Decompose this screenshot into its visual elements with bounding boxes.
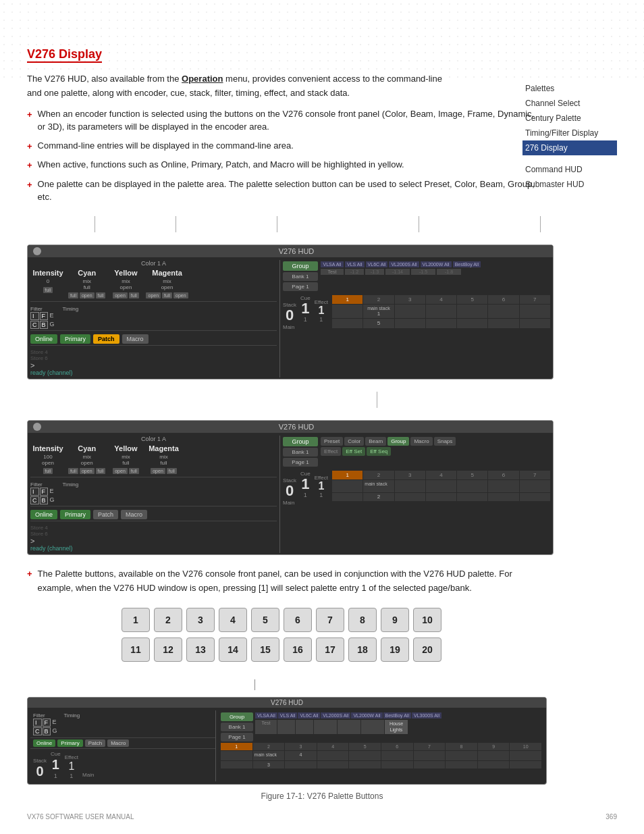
- mode-patch[interactable]: Patch: [93, 334, 119, 344]
- hud-screenshot-3: V276 HUD Filter I F E C B G: [27, 697, 547, 785]
- palette-btn-16[interactable]: 16: [284, 637, 312, 662]
- hud3-body: Filter I F E C B G Timing: [28, 708, 546, 784]
- palette-cell-1[interactable]: 1: [332, 295, 363, 304]
- palette-btn-18[interactable]: 18: [348, 637, 377, 662]
- hud2-filter-timing: Filter I F E C B G Timing: [30, 480, 277, 506]
- palette-btn-17[interactable]: 17: [316, 637, 344, 662]
- main-stack-cell-2: main stack: [363, 480, 394, 492]
- palette-btn-13[interactable]: 13: [186, 637, 215, 662]
- palette-btn-5[interactable]: 5: [251, 608, 279, 632]
- operation-word: Operation: [182, 74, 223, 84]
- bullet-plus-1: +: [27, 108, 32, 122]
- tab-group[interactable]: Group: [387, 437, 409, 446]
- palette-btn-15[interactable]: 15: [251, 637, 279, 662]
- bullet-item-3: + When active, functions such as Online,…: [27, 158, 540, 172]
- tab-snaps[interactable]: Snaps: [434, 437, 456, 446]
- cue-col-3: Cue 1 1: [51, 751, 61, 779]
- footer-right: 369: [606, 813, 617, 820]
- encoder-intensity: Intensity 0 full: [30, 269, 65, 298]
- hud2-color-label: Color 1 A: [30, 436, 277, 442]
- hud1-right-panel: Group Bank 1 Page 1 VLSA All VLS All VL6…: [283, 260, 550, 377]
- annotation-line-5: [540, 216, 541, 232]
- group-button[interactable]: Group: [283, 261, 318, 271]
- bank-btn-3[interactable]: Bank 1: [221, 723, 253, 731]
- fixture-hdr-vl6c: VL6C All: [366, 261, 388, 267]
- stack-col: Stack 0: [283, 302, 296, 323]
- hud2-mode-buttons: Online Primary Patch Macro: [30, 509, 277, 521]
- palette-btn-19[interactable]: 19: [381, 637, 409, 662]
- mode-macro[interactable]: Macro: [122, 334, 149, 344]
- palette-btn-6[interactable]: 6: [284, 608, 312, 632]
- stack-col-3: Stack 0: [33, 758, 47, 779]
- page-btn-3[interactable]: Page 1: [221, 733, 253, 741]
- hud-screenshot-2-wrapper: V276 HUD Color 1 A Intensity 100open ful…: [27, 392, 617, 555]
- palette-btn-10[interactable]: 10: [413, 608, 441, 632]
- sidebar-navigation: Palettes Channel Select Century Palette …: [522, 81, 617, 192]
- hud-screenshot-2: V276 HUD Color 1 A Intensity 100open ful…: [27, 420, 554, 555]
- sidebar-item-timing-filter[interactable]: Timing/Filter Display: [522, 126, 617, 140]
- mode-primary[interactable]: Primary: [60, 334, 90, 344]
- group-btn-3[interactable]: Group: [221, 712, 253, 721]
- palette-btn-2[interactable]: 2: [154, 608, 182, 632]
- sidebar-item-276-display[interactable]: 276 Display: [522, 140, 617, 155]
- page-btn-2[interactable]: Page 1: [283, 458, 318, 467]
- palette-btn-1[interactable]: 1: [122, 608, 150, 632]
- palette-btn-4[interactable]: 4: [219, 608, 247, 632]
- tab-macro[interactable]: Macro: [410, 437, 432, 446]
- hud-close-button-2[interactable]: [33, 423, 41, 431]
- palette-btn-12[interactable]: 12: [154, 637, 182, 662]
- intro-paragraph: The V276 HUD, also available from the Op…: [27, 72, 459, 101]
- palette-btn-8[interactable]: 8: [348, 608, 377, 632]
- tab-beam[interactable]: Beam: [365, 437, 386, 446]
- bullet-plus-2: +: [27, 140, 32, 153]
- cue-col-2: Cue 1 1: [300, 471, 311, 498]
- annotation-line-2: [176, 216, 176, 232]
- palette-number-section: 1 2 3 4 5 6 7 8 9 10 11 12 13 14 15 16 1…: [122, 608, 617, 667]
- annotation-line-4: [419, 216, 419, 232]
- figure-caption: Figure 17-1: V276 Palette Buttons: [27, 791, 617, 801]
- sidebar-item-submaster-hud[interactable]: Submaster HUD: [522, 177, 617, 192]
- test-cell: Test: [321, 269, 344, 275]
- tab-color[interactable]: Color: [344, 437, 364, 446]
- hud-title-2: V276 HUD: [45, 423, 547, 431]
- bullet-plus-palette: +: [27, 567, 32, 581]
- intro-prefix: The V276 HUD, also available from the: [27, 74, 182, 84]
- palette-btn-20[interactable]: 20: [413, 637, 441, 662]
- palette-btn-3[interactable]: 3: [186, 608, 215, 632]
- tab-eff-set[interactable]: Eff Set: [342, 447, 365, 456]
- sidebar-item-palettes[interactable]: Palettes: [522, 81, 617, 96]
- fixture-hdr-vl2000s: VL2000S All: [389, 261, 419, 267]
- stack-col-2: Stack 0: [283, 477, 296, 498]
- hud-screenshot-1: V276 HUD Color 1 A Intensity 0 full: [27, 244, 554, 380]
- bullet-item-4: + One palette can be displayed in the pa…: [27, 178, 540, 204]
- group-btn-2[interactable]: Group: [283, 437, 318, 446]
- effect-col: Effect 1 1: [315, 299, 328, 323]
- bank-button[interactable]: Bank 1: [283, 272, 318, 281]
- main-stack-cell: main stack1: [363, 305, 394, 318]
- hud-close-button-1[interactable]: [33, 247, 41, 255]
- sidebar-item-command-hud[interactable]: Command HUD: [522, 162, 617, 177]
- hud1-mode-buttons: Online Primary Patch Macro: [30, 333, 277, 346]
- sidebar-item-channel-select[interactable]: Channel Select: [522, 96, 617, 111]
- mode-online[interactable]: Online: [30, 334, 57, 344]
- sidebar-item-century-palette[interactable]: Century Palette: [522, 111, 617, 126]
- palette-btn-7[interactable]: 7: [316, 608, 344, 632]
- encoder2-cyan: Cyan mixopen full open full: [68, 444, 105, 474]
- palette-btn-9[interactable]: 9: [381, 608, 409, 632]
- page-button[interactable]: Page 1: [283, 282, 318, 291]
- annotation-line-3: [277, 216, 277, 232]
- tab-eff-seq[interactable]: Eff Seq: [367, 447, 391, 456]
- hud3-right: Group Bank 1 Page 1 VLSA All VLS All VL6…: [219, 710, 543, 781]
- bank-btn-2[interactable]: Bank 1: [283, 448, 318, 457]
- palette-btn-11[interactable]: 11: [122, 637, 150, 662]
- page-title: V276 Display: [27, 47, 102, 63]
- tab-effect[interactable]: Effect: [321, 447, 341, 456]
- palette-row-1: 1 2 3 4 5 6 7 8 9 10: [122, 608, 441, 632]
- fixture-hdr-vl2000w: VL2000W All: [421, 261, 452, 267]
- bullet-text-1: When an encoder function is selected usi…: [38, 107, 540, 134]
- main-label: Main: [283, 324, 328, 330]
- palette-btn-14[interactable]: 14: [219, 637, 247, 662]
- bullet-text-4: One palette can be displayed in the pale…: [38, 178, 540, 204]
- tab-preset[interactable]: Preset: [321, 437, 343, 446]
- house-lights-btn[interactable]: HouseLights: [385, 720, 408, 735]
